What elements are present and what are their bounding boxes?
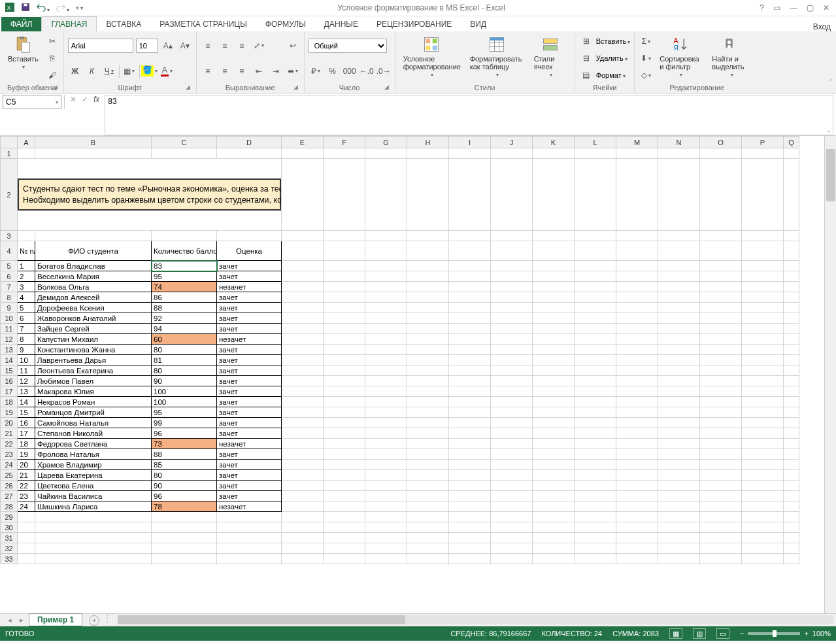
table-cell[interactable] (700, 407, 742, 418)
table-cell[interactable]: 2 (18, 271, 35, 282)
table-cell[interactable] (616, 397, 658, 407)
table-cell[interactable] (784, 501, 799, 512)
cell[interactable] (282, 159, 324, 231)
table-cell[interactable] (742, 376, 784, 386)
cell[interactable] (533, 533, 575, 543)
table-cell[interactable]: 22 (18, 481, 35, 491)
cell[interactable] (35, 533, 152, 543)
column-header[interactable]: H (407, 137, 449, 148)
cell[interactable] (365, 522, 407, 533)
table-cell[interactable] (365, 386, 407, 397)
table-cell[interactable] (449, 355, 491, 365)
table-cell[interactable] (365, 355, 407, 365)
align-top-icon[interactable]: ≡ (201, 39, 215, 53)
insert-function-icon[interactable]: fx (93, 95, 99, 104)
table-cell[interactable] (533, 386, 575, 397)
table-cell[interactable] (700, 386, 742, 397)
table-cell[interactable]: 12 (18, 376, 35, 386)
table-cell[interactable] (575, 324, 616, 334)
sheet-nav-next-icon[interactable]: ▸ (17, 616, 26, 624)
table-cell[interactable] (575, 481, 616, 491)
table-cell[interactable] (700, 334, 742, 345)
wrap-text-icon[interactable]: ↩ (286, 39, 300, 53)
align-center-icon[interactable]: ≡ (218, 64, 232, 78)
tab-insert[interactable]: ВСТАВКА (97, 17, 150, 31)
enter-formula-icon[interactable]: ✓ (82, 95, 88, 104)
table-cell[interactable] (324, 345, 365, 355)
table-cell[interactable] (324, 418, 365, 428)
number-dialog-icon[interactable]: ◢ (383, 84, 391, 92)
table-cell[interactable] (784, 292, 799, 303)
table-header[interactable] (700, 241, 742, 261)
table-cell[interactable]: 80 (152, 345, 217, 355)
cell[interactable] (658, 148, 700, 159)
table-cell[interactable] (365, 407, 407, 418)
table-cell[interactable] (784, 345, 799, 355)
table-cell[interactable] (616, 376, 658, 386)
table-cell[interactable]: 1 (18, 261, 35, 271)
table-cell[interactable] (533, 428, 575, 439)
table-cell[interactable] (575, 292, 616, 303)
column-header[interactable]: J (491, 137, 533, 148)
cell[interactable] (575, 533, 616, 543)
formula-bar[interactable]: 83⌄ (105, 95, 833, 135)
table-cell[interactable] (282, 407, 324, 418)
cell[interactable] (616, 231, 658, 241)
table-header[interactable] (616, 241, 658, 261)
table-cell[interactable] (575, 428, 616, 439)
table-cell[interactable]: 60 (152, 334, 217, 345)
clear-icon[interactable]: ◇ (639, 68, 653, 82)
table-cell[interactable]: Константинова Жанна (35, 345, 152, 355)
cell[interactable] (491, 522, 533, 533)
underline-button[interactable]: Ч (102, 64, 116, 78)
table-cell[interactable] (282, 386, 324, 397)
cell[interactable] (365, 512, 407, 522)
table-header[interactable] (324, 241, 365, 261)
close-icon[interactable]: ✕ (823, 3, 829, 12)
row-header[interactable]: 21 (1, 428, 18, 439)
table-cell[interactable] (407, 386, 449, 397)
cell[interactable] (35, 543, 152, 554)
column-header[interactable]: I (449, 137, 491, 148)
table-cell[interactable] (491, 501, 533, 512)
cell[interactable] (616, 512, 658, 522)
table-cell[interactable] (282, 292, 324, 303)
table-cell[interactable] (491, 418, 533, 428)
table-cell[interactable] (449, 365, 491, 376)
increase-font-icon[interactable]: A▴ (161, 39, 175, 53)
cell[interactable] (491, 148, 533, 159)
table-cell[interactable] (365, 292, 407, 303)
row-header[interactable]: 20 (1, 418, 18, 428)
table-cell[interactable]: незачет (217, 334, 282, 345)
clipboard-dialog-icon[interactable]: ◢ (52, 84, 59, 92)
cell[interactable] (533, 543, 575, 554)
table-cell[interactable] (533, 303, 575, 313)
minimize-icon[interactable]: — (790, 3, 797, 12)
table-cell[interactable]: Фролова Наталья (35, 449, 152, 460)
table-cell[interactable] (407, 271, 449, 282)
cell[interactable] (742, 533, 784, 543)
table-cell[interactable] (449, 428, 491, 439)
redo-icon[interactable] (56, 3, 69, 14)
table-cell[interactable] (324, 334, 365, 345)
table-cell[interactable] (575, 460, 616, 470)
cell[interactable] (742, 231, 784, 241)
cell-styles-button[interactable]: Стили ячеек (530, 34, 571, 82)
table-cell[interactable]: Шишкина Лариса (35, 501, 152, 512)
cell[interactable] (324, 148, 365, 159)
table-cell[interactable] (365, 470, 407, 481)
row-header[interactable]: 6 (1, 271, 18, 282)
table-cell[interactable] (575, 449, 616, 460)
cell[interactable] (449, 543, 491, 554)
table-cell[interactable] (282, 439, 324, 449)
table-cell[interactable] (784, 365, 799, 376)
table-cell[interactable] (616, 418, 658, 428)
table-cell[interactable]: зачет (217, 460, 282, 470)
table-cell[interactable] (700, 470, 742, 481)
table-cell[interactable] (365, 324, 407, 334)
table-cell[interactable] (784, 355, 799, 365)
table-cell[interactable] (616, 303, 658, 313)
table-cell[interactable]: 9 (18, 345, 35, 355)
table-cell[interactable] (742, 397, 784, 407)
table-cell[interactable] (365, 282, 407, 292)
